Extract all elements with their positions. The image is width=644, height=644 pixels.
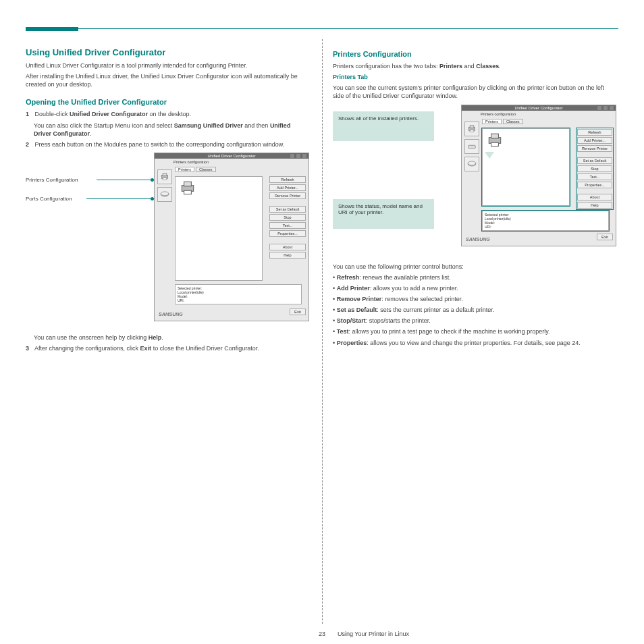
left-column: Using Unified Driver Configurator Unifie…: [26, 41, 309, 355]
tab-printers[interactable]: Printers: [175, 167, 194, 172]
window-title: Unified Driver Configurator: [462, 105, 616, 111]
page-number: 23: [319, 630, 325, 637]
svg-point-13: [468, 161, 476, 165]
remove-printer-button[interactable]: Remove Printer: [269, 192, 306, 199]
help-button[interactable]: Help: [577, 202, 612, 209]
footer-caption: Using Your Printer in Linux: [338, 630, 409, 637]
bullet-default: • Set as Default: sets the current print…: [333, 306, 616, 314]
right-column: Printers Configuration Printers configur…: [333, 41, 616, 350]
tab-classes[interactable]: Classes: [503, 119, 523, 124]
window-title: Unified Driver Configurator: [155, 153, 308, 159]
subheading-printers-config: Printers Configuration: [333, 50, 616, 58]
refresh-button[interactable]: Refresh: [269, 176, 306, 183]
printer-list-area[interactable]: [482, 128, 570, 206]
subheading-printers-tab: Printers Tab: [333, 73, 616, 81]
step-number: 3: [26, 345, 29, 352]
info-uri: URI:: [178, 298, 299, 302]
configurator-window: Unified Driver Configurator Printers con…: [461, 105, 616, 246]
module-printers-button[interactable]: [157, 169, 172, 184]
callout-installed: Shows all of the installed printers.: [333, 111, 434, 141]
svg-rect-15: [491, 134, 499, 138]
bullet-refresh: • Refresh: renews the available printers…: [333, 273, 616, 281]
bullet-stopstart: • Stop/Start: stops/starts the printer.: [333, 317, 616, 325]
test-button[interactable]: Test...: [577, 173, 612, 180]
pointer-line: [86, 198, 152, 199]
callout-pointer-icon: [485, 152, 494, 159]
bullet-test: • Test: allows you to print a test page …: [333, 327, 616, 336]
port-icon: [159, 190, 170, 199]
stop-button[interactable]: Stop: [577, 165, 612, 172]
window-chrome-buttons[interactable]: [597, 105, 614, 111]
configurator-window: Unified Driver Configurator Printers con…: [154, 153, 309, 321]
step-1-alt: You can also click the Startup Menu icon…: [34, 122, 309, 138]
properties-button[interactable]: Properties...: [577, 182, 612, 188]
svg-rect-10: [470, 130, 474, 132]
module-ports-button[interactable]: [157, 187, 172, 202]
header-accent-bar: [26, 27, 78, 31]
printer-icon: [159, 172, 170, 182]
svg-point-4: [161, 192, 169, 196]
column-divider: [322, 39, 323, 624]
intro-paragraph: Unified Linux Driver Configurator is a t…: [26, 61, 309, 70]
help-button[interactable]: Help: [269, 252, 306, 259]
port-icon: [466, 159, 477, 169]
window-chrome-buttons[interactable]: [290, 153, 307, 159]
set-default-button[interactable]: Set as Default: [269, 206, 306, 213]
step-1: 1 Double-click Unified Driver Configurat…: [26, 110, 309, 118]
header-rule: [78, 28, 618, 29]
scanner-icon: [466, 142, 477, 151]
set-default-button[interactable]: Set as Default: [577, 157, 612, 164]
svg-rect-11: [468, 145, 476, 149]
add-printer-button[interactable]: Add Printer...: [577, 137, 612, 144]
svg-rect-7: [184, 190, 192, 194]
section-heading: Using Unified Driver Configurator: [26, 47, 309, 57]
help-line: You can use the onscreen help by clickin…: [34, 333, 309, 342]
config-label: Printers configuration: [481, 112, 516, 116]
step-number: 1: [26, 111, 29, 117]
printer-icon: [485, 132, 504, 149]
label-printers-config: Printers Configuration: [26, 177, 78, 183]
tab-classes[interactable]: Classes: [196, 167, 216, 172]
config-label: Printers configuration: [173, 160, 209, 164]
remove-printer-button[interactable]: Remove Printer: [577, 145, 612, 152]
info-uri: URI:: [485, 225, 606, 229]
add-printer-button[interactable]: Add Printer...: [269, 184, 306, 191]
tab-printers[interactable]: Printers: [482, 119, 502, 124]
svg-rect-16: [491, 142, 499, 146]
buttons-intro: You can use the following printer contro…: [333, 263, 616, 271]
printer-icon: [466, 124, 477, 134]
test-button[interactable]: Test...: [269, 222, 306, 229]
printers-tab-text: You can see the current system's printer…: [333, 84, 616, 100]
printers-config-intro: Printers configuration has the two tabs:…: [333, 62, 616, 70]
intro-paragraph2: After installing the Unified Linux drive…: [26, 72, 309, 88]
svg-rect-1: [163, 173, 167, 176]
pointer-line: [97, 180, 152, 180]
samsung-logo: SAMSUNG: [466, 237, 490, 242]
stop-button[interactable]: Stop: [269, 214, 306, 221]
about-button[interactable]: About: [577, 194, 612, 200]
exit-button[interactable]: Exit: [597, 234, 613, 240]
svg-rect-9: [470, 125, 474, 128]
svg-rect-2: [163, 178, 167, 180]
exit-button[interactable]: Exit: [290, 308, 306, 315]
bullet-add: • Add Printer: allows you to add a new p…: [333, 284, 616, 292]
module-ports-button[interactable]: [464, 157, 479, 171]
label-ports-config: Ports Configuration: [26, 196, 72, 202]
step-3: 3 After changing the configurations, cli…: [26, 344, 309, 352]
callout-status: Shows the status, model name and URI of …: [333, 199, 434, 229]
bullet-properties: • Properties: allows you to view and cha…: [333, 339, 616, 347]
step-2: 2 Press each button on the Modules pane …: [26, 140, 309, 149]
module-scanners-button[interactable]: [464, 139, 479, 154]
properties-button[interactable]: Properties...: [269, 230, 306, 237]
printer-icon: [178, 180, 197, 197]
subheading-opening: Opening the Unified Driver Configurator: [26, 98, 309, 106]
step-number: 2: [26, 141, 29, 148]
bullet-remove: • Remove Printer: removes the selected p…: [333, 295, 616, 303]
refresh-button[interactable]: Refresh: [577, 129, 612, 136]
printer-list-area[interactable]: [175, 176, 263, 281]
about-button[interactable]: About: [269, 244, 306, 250]
svg-rect-6: [184, 182, 192, 186]
samsung-logo: SAMSUNG: [159, 312, 183, 317]
module-printers-button[interactable]: [464, 122, 479, 136]
